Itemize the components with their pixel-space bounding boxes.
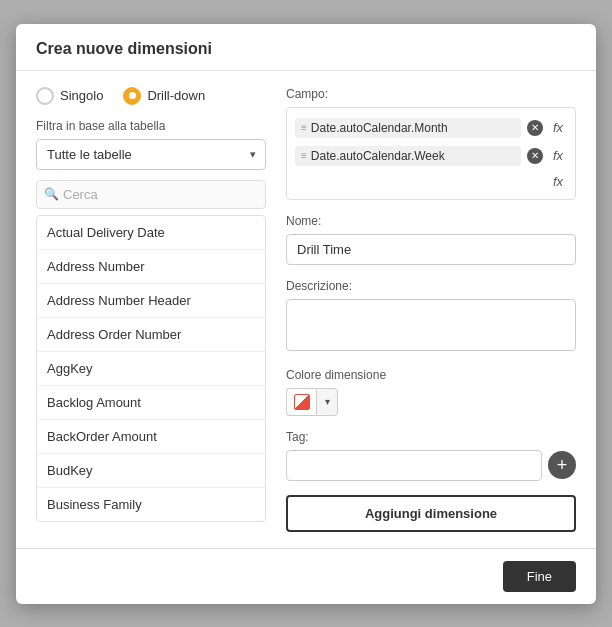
list-item[interactable]: Backlog Amount — [37, 386, 265, 420]
fine-button[interactable]: Fine — [503, 561, 576, 592]
left-panel: Singolo Drill-down Filtra in base alla t… — [36, 87, 266, 532]
table-filter-select[interactable]: Tutte le tabelle — [36, 139, 266, 170]
campo-tag-text-2: Date.autoCalendar.Week — [311, 149, 515, 163]
list-item[interactable]: Address Number Header — [37, 284, 265, 318]
list-item[interactable]: BudKey — [37, 454, 265, 488]
drag-icon: ≡ — [301, 150, 307, 161]
radio-drilldown[interactable]: Drill-down — [123, 87, 205, 105]
campo-label: Campo: — [286, 87, 576, 101]
aggiungi-dimensione-button[interactable]: Aggiungi dimensione — [286, 495, 576, 532]
color-picker-row: ▾ — [286, 388, 576, 416]
modal-overlay: Crea nuove dimensioni Singolo Drill-down — [0, 0, 612, 627]
table-filter-wrapper: Tutte le tabelle ▾ — [36, 139, 266, 170]
campo-row-2: ≡ Date.autoCalendar.Week ✕ fx — [295, 142, 567, 170]
radio-drilldown-circle — [123, 87, 141, 105]
campo-tag-1: ≡ Date.autoCalendar.Month — [295, 118, 521, 138]
right-panel: Campo: ≡ Date.autoCalendar.Month ✕ fx ≡ — [286, 87, 576, 532]
nome-input[interactable] — [286, 234, 576, 265]
search-box: 🔍 — [36, 180, 266, 209]
filter-label: Filtra in base alla tabella — [36, 119, 266, 133]
list-item[interactable]: AggKey — [37, 352, 265, 386]
campo-tag-text-1: Date.autoCalendar.Month — [311, 121, 515, 135]
fx-button-2[interactable]: fx — [549, 146, 567, 165]
modal-body: Singolo Drill-down Filtra in base alla t… — [16, 71, 596, 548]
descrizione-label: Descrizione: — [286, 279, 576, 293]
campo-remove-btn-2[interactable]: ✕ — [527, 148, 543, 164]
list-item[interactable]: Address Number — [37, 250, 265, 284]
campo-row-1: ≡ Date.autoCalendar.Month ✕ fx — [295, 114, 567, 142]
descrizione-textarea[interactable] — [286, 299, 576, 351]
radio-singolo-circle — [36, 87, 54, 105]
radio-singolo-label: Singolo — [60, 88, 103, 103]
nome-label: Nome: — [286, 214, 576, 228]
campo-area: ≡ Date.autoCalendar.Month ✕ fx ≡ Date.au… — [286, 107, 576, 200]
field-list: Actual Delivery Date Address Number Addr… — [36, 215, 266, 522]
radio-group: Singolo Drill-down — [36, 87, 266, 105]
list-item[interactable]: Business Family — [37, 488, 265, 521]
color-swatch[interactable] — [286, 388, 316, 416]
modal-title: Crea nuove dimensioni — [36, 40, 576, 58]
fx-button-3[interactable]: fx — [549, 172, 567, 191]
modal-header: Crea nuove dimensioni — [16, 24, 596, 71]
search-input[interactable] — [36, 180, 266, 209]
drag-icon: ≡ — [301, 122, 307, 133]
tag-input[interactable] — [286, 450, 542, 481]
radio-singolo[interactable]: Singolo — [36, 87, 103, 105]
modal-dialog: Crea nuove dimensioni Singolo Drill-down — [16, 24, 596, 604]
campo-tag-2: ≡ Date.autoCalendar.Week — [295, 146, 521, 166]
modal-footer: Fine — [16, 548, 596, 604]
search-icon: 🔍 — [44, 187, 59, 201]
fx-button-1[interactable]: fx — [549, 118, 567, 137]
colore-label: Colore dimensione — [286, 368, 576, 382]
list-item[interactable]: BackOrder Amount — [37, 420, 265, 454]
color-dropdown-btn[interactable]: ▾ — [316, 388, 338, 416]
list-item[interactable]: Actual Delivery Date — [37, 216, 265, 250]
campo-remove-btn-1[interactable]: ✕ — [527, 120, 543, 136]
radio-drilldown-label: Drill-down — [147, 88, 205, 103]
fx-add-row: fx — [295, 170, 567, 193]
add-tag-button[interactable]: + — [548, 451, 576, 479]
tag-row: + — [286, 450, 576, 481]
tag-label: Tag: — [286, 430, 576, 444]
list-item[interactable]: Address Order Number — [37, 318, 265, 352]
color-box — [294, 394, 310, 410]
